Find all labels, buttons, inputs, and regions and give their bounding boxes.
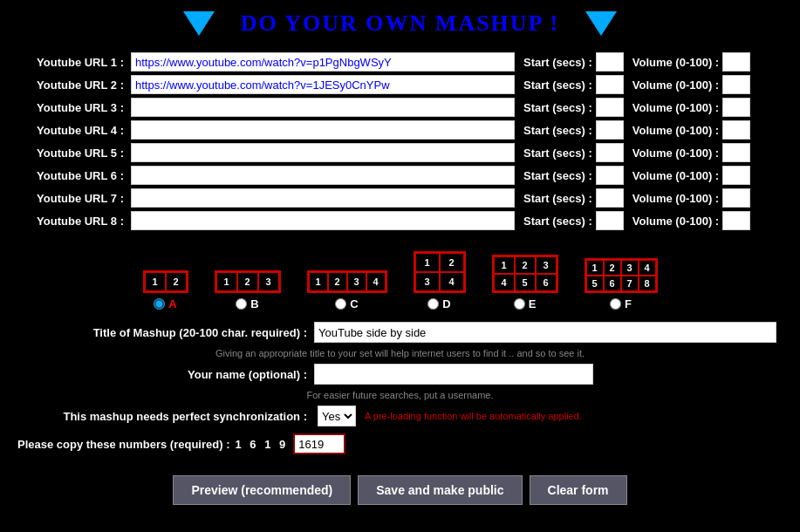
start-label-7: Start (secs) : <box>523 192 592 205</box>
url-row-4: Youtube URL 4 :Start (secs) :Volume (0-1… <box>17 120 783 140</box>
volume-input-2[interactable] <box>722 75 750 94</box>
layout-radio-B[interactable] <box>236 298 247 310</box>
layout-cell-F-2: 2 <box>604 260 621 276</box>
url-input-8[interactable] <box>131 211 515 230</box>
url-row-7: Youtube URL 7 :Start (secs) :Volume (0-1… <box>17 188 783 208</box>
volume-input-8[interactable] <box>722 211 750 230</box>
layout-radio-D[interactable] <box>427 298 439 310</box>
volume-label-5: Volume (0-100) : <box>632 147 719 160</box>
url-input-5[interactable] <box>131 143 515 162</box>
layout-grid-D: 1234 <box>414 251 466 293</box>
volume-input-5[interactable] <box>722 143 750 162</box>
url-label-4: Youtube URL 4 : <box>17 124 131 137</box>
url-input-4[interactable] <box>131 120 515 140</box>
layout-option-A: 12A <box>143 270 188 310</box>
layout-radio-row-B: B <box>236 297 258 310</box>
url-row-2: Youtube URL 2 :Start (secs) :Volume (0-1… <box>17 75 783 94</box>
start-input-5[interactable] <box>596 143 624 162</box>
volume-input-3[interactable] <box>722 98 750 117</box>
start-input-4[interactable] <box>596 120 624 140</box>
layout-grid-A: 12 <box>143 270 188 293</box>
volume-input-1[interactable] <box>722 52 750 72</box>
name-hint: For easier future searches, put a userna… <box>307 390 494 400</box>
layout-label-E: E <box>529 297 537 310</box>
arrow-right-icon <box>585 11 617 36</box>
start-label-5: Start (secs) : <box>523 147 592 160</box>
layout-label-D: D <box>442 297 450 310</box>
layout-radio-A[interactable] <box>154 298 165 310</box>
url-input-7[interactable] <box>131 188 515 208</box>
start-label-8: Start (secs) : <box>523 215 592 228</box>
title-label: Title of Mashup (20-100 char. required) … <box>17 326 314 339</box>
button-row: Preview (recommended) Save and make publ… <box>0 467 800 515</box>
layout-cell-C-2: 2 <box>328 272 347 291</box>
layout-radio-E[interactable] <box>514 298 525 310</box>
layout-radio-F[interactable] <box>610 298 621 310</box>
preview-button[interactable]: Preview (recommended) <box>173 475 351 505</box>
url-row-1: Youtube URL 1 :Start (secs) :Volume (0-1… <box>17 52 783 72</box>
layout-cell-D-2: 2 <box>440 253 464 272</box>
layout-radio-row-E: E <box>514 297 537 310</box>
layout-label-C: C <box>350 297 358 310</box>
start-input-3[interactable] <box>596 98 624 117</box>
layout-cell-B-1: 1 <box>216 272 237 291</box>
layout-radio-row-A: A <box>154 297 176 310</box>
volume-label-1: Volume (0-100) : <box>632 56 719 69</box>
volume-input-6[interactable] <box>722 166 750 185</box>
layout-cell-E-5: 5 <box>515 274 536 291</box>
layout-radio-row-D: D <box>427 297 450 310</box>
url-input-3[interactable] <box>131 98 515 117</box>
layout-option-F: 12345678F <box>585 258 658 310</box>
start-input-2[interactable] <box>596 75 624 94</box>
layout-cell-E-4: 4 <box>494 274 515 291</box>
title-hint: Giving an appropriate title to your set … <box>215 348 585 358</box>
sync-hint: A pre-loading function will be automatic… <box>365 411 582 421</box>
url-input-1[interactable] <box>131 52 515 72</box>
layout-option-D: 1234D <box>414 251 466 310</box>
layout-radio-C[interactable] <box>335 298 346 310</box>
url-input-6[interactable] <box>131 166 515 185</box>
layout-cell-F-8: 8 <box>639 276 656 291</box>
layout-label-B: B <box>250 297 258 310</box>
captcha-input[interactable] <box>293 433 345 454</box>
clear-button[interactable]: Clear form <box>530 475 627 505</box>
start-input-7[interactable] <box>596 188 624 208</box>
start-label-6: Start (secs) : <box>523 169 592 182</box>
sync-select[interactable]: Yes No <box>318 406 356 426</box>
volume-label-7: Volume (0-100) : <box>632 192 719 205</box>
layout-cell-E-1: 1 <box>494 256 515 274</box>
sync-row: This mashup needs perfect synchronizatio… <box>17 406 783 426</box>
url-input-2[interactable] <box>131 75 515 94</box>
layout-label-F: F <box>625 297 632 310</box>
url-label-2: Youtube URL 2 : <box>17 78 131 92</box>
url-label-3: Youtube URL 3 : <box>17 101 131 114</box>
layout-cell-E-6: 6 <box>536 274 557 291</box>
layout-cell-D-4: 4 <box>440 272 464 291</box>
layout-option-E: 123456E <box>492 255 558 310</box>
save-button[interactable]: Save and make public <box>358 475 522 505</box>
volume-input-4[interactable] <box>722 120 750 140</box>
title-input[interactable] <box>314 322 776 343</box>
layout-cell-F-7: 7 <box>621 276 639 291</box>
start-input-1[interactable] <box>596 52 624 72</box>
volume-label-6: Volume (0-100) : <box>632 169 719 182</box>
start-input-8[interactable] <box>596 211 624 230</box>
start-label-4: Start (secs) : <box>523 124 592 137</box>
url-row-6: Youtube URL 6 :Start (secs) :Volume (0-1… <box>17 166 783 185</box>
start-label-2: Start (secs) : <box>523 78 592 92</box>
url-label-8: Youtube URL 8 : <box>17 215 131 228</box>
layout-cell-E-2: 2 <box>515 256 536 274</box>
volume-input-7[interactable] <box>722 188 750 208</box>
name-hint-row: For easier future searches, put a userna… <box>17 390 783 400</box>
name-input[interactable] <box>314 364 593 385</box>
layout-label-A: A <box>168 297 176 310</box>
start-label-3: Start (secs) : <box>523 101 592 114</box>
url-row-5: Youtube URL 5 :Start (secs) :Volume (0-1… <box>17 143 783 162</box>
layout-cell-D-3: 3 <box>415 272 440 291</box>
layout-option-B: 123B <box>215 270 281 310</box>
volume-label-4: Volume (0-100) : <box>632 124 719 137</box>
layout-grid-B: 123 <box>215 270 281 293</box>
layout-cell-B-2: 2 <box>237 272 258 291</box>
start-input-6[interactable] <box>596 166 624 185</box>
layout-cell-E-3: 3 <box>536 256 557 274</box>
